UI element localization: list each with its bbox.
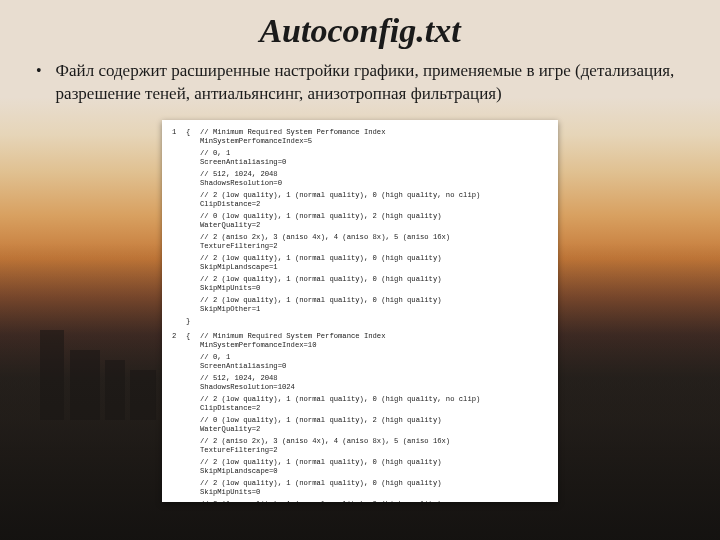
brace-close: } <box>172 317 548 326</box>
config-setting: TextureFiltering=2 <box>200 242 548 251</box>
config-setting: SkipMipUnits=0 <box>200 284 548 293</box>
block-content: // Minimum Required System Perfomance In… <box>200 332 548 502</box>
config-setting: TextureFiltering=2 <box>200 446 548 455</box>
config-setting: ClipDistance=2 <box>200 200 548 209</box>
config-comment: // 2 (low quality), 1 (normal quality), … <box>200 395 548 404</box>
config-comment: // 2 (low quality), 1 (normal quality), … <box>200 458 548 467</box>
document-container: 1{// Minimum Required System Perfomance … <box>32 120 688 502</box>
config-setting: MinSystemPerfomanceIndex=5 <box>200 137 548 146</box>
config-setting: WaterQuality=2 <box>200 425 548 434</box>
config-comment: // 0 (low quality), 1 (normal quality), … <box>200 416 548 425</box>
config-comment: // 512, 1024, 2048 <box>200 374 548 383</box>
bullet-item: • Файл содержит расширенные настройки гр… <box>32 60 688 106</box>
bullet-dot-icon: • <box>36 60 42 82</box>
config-comment: // Minimum Required System Perfomance In… <box>200 332 548 341</box>
config-comment: // 2 (low quality), 1 (normal quality), … <box>200 479 548 488</box>
brace-open: { <box>186 128 200 317</box>
config-comment: // 2 (low quality), 1 (normal quality), … <box>200 254 548 263</box>
block-number: 2 <box>172 332 186 502</box>
config-setting: SkipMipLandscape=0 <box>200 467 548 476</box>
config-setting: ShadowsResolution=0 <box>200 179 548 188</box>
config-setting: WaterQuality=2 <box>200 221 548 230</box>
page-title: Autoconfig.txt <box>32 12 688 50</box>
config-comment: // 2 (low quality), 1 (normal quality), … <box>200 191 548 200</box>
config-comment: // 2 (low quality), 1 (normal quality), … <box>200 296 548 305</box>
config-setting: ScreenAntialiasing=0 <box>200 158 548 167</box>
block-content: // Minimum Required System Perfomance In… <box>200 128 548 317</box>
config-setting: ScreenAntialiasing=0 <box>200 362 548 371</box>
config-setting: MinSystemPerfomanceIndex=10 <box>200 341 548 350</box>
brace-open: { <box>186 332 200 502</box>
config-comment: // 2 (aniso 2x), 3 (aniso 4x), 4 (aniso … <box>200 233 548 242</box>
config-block: 2{// Minimum Required System Perfomance … <box>172 332 548 502</box>
slide: Autoconfig.txt • Файл содержит расширенн… <box>0 0 720 540</box>
bullet-text: Файл содержит расширенные настройки граф… <box>56 60 684 106</box>
config-setting: SkipMipLandscape=1 <box>200 263 548 272</box>
block-number: 1 <box>172 128 186 317</box>
config-comment: // 2 (low quality), 1 (normal quality), … <box>200 275 548 284</box>
config-comment: // Minimum Required System Perfomance In… <box>200 128 548 137</box>
config-comment: // 2 (aniso 2x), 3 (aniso 4x), 4 (aniso … <box>200 437 548 446</box>
config-setting: SkipMipOther=1 <box>200 305 548 314</box>
config-comment: // 0, 1 <box>200 149 548 158</box>
config-setting: ShadowsResolution=1024 <box>200 383 548 392</box>
config-comment: // 2 (low quality), 1 (normal quality), … <box>200 500 548 502</box>
config-comment: // 512, 1024, 2048 <box>200 170 548 179</box>
config-setting: ClipDistance=2 <box>200 404 548 413</box>
config-comment: // 0, 1 <box>200 353 548 362</box>
config-comment: // 0 (low quality), 1 (normal quality), … <box>200 212 548 221</box>
config-document: 1{// Minimum Required System Perfomance … <box>162 120 558 502</box>
config-block: 1{// Minimum Required System Perfomance … <box>172 128 548 317</box>
config-setting: SkipMipUnits=0 <box>200 488 548 497</box>
